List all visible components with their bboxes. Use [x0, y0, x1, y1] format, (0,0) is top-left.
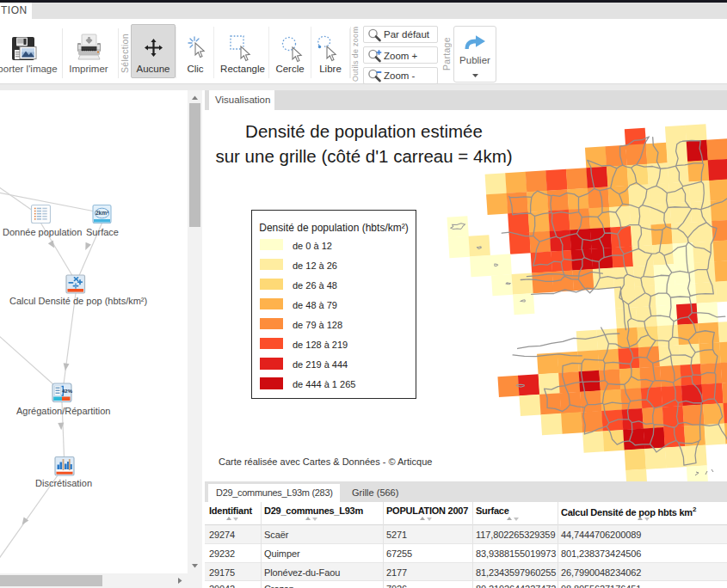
svg-text:2km²: 2km²: [95, 210, 109, 216]
svg-text:42%: 42%: [62, 389, 73, 394]
